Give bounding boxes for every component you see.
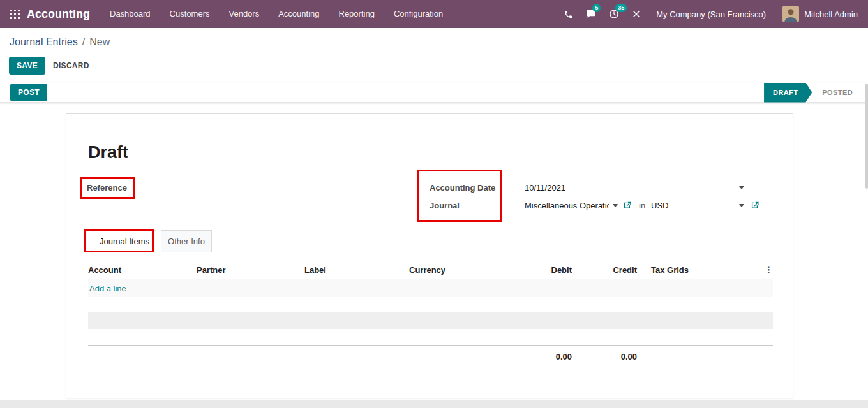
table-header-row: Account Partner Label Currency Debit Cre…	[88, 261, 773, 279]
notebook-tabs: Journal Items Other Info	[66, 230, 793, 252]
messages-badge: 5	[592, 4, 601, 12]
currency-value: USD	[651, 201, 735, 210]
scrollbar[interactable]	[865, 84, 868, 189]
empty-row	[88, 312, 773, 329]
save-button[interactable]: SAVE	[9, 57, 45, 75]
col-tax-grids: Tax Grids	[637, 265, 758, 275]
post-button[interactable]: POST	[10, 84, 47, 101]
journal-items-table: Account Partner Label Currency Debit Cre…	[88, 261, 773, 361]
user-avatar[interactable]	[782, 6, 799, 22]
tab-other-info[interactable]: Other Info	[161, 230, 212, 252]
form-action-buttons: SAVE DISCARD	[0, 56, 98, 75]
activities-badge: 35	[615, 4, 627, 12]
top-navbar: Accounting Dashboard Customers Vendors A…	[0, 0, 868, 28]
empty-row	[88, 297, 773, 312]
journal-label: Journal	[430, 198, 460, 214]
total-debit: 0.00	[503, 352, 572, 361]
text-cursor	[184, 182, 184, 193]
statusbar: POST DRAFT POSTED	[0, 83, 868, 103]
add-line-row: Add a line	[88, 279, 773, 297]
add-line-link[interactable]: Add a line	[88, 284, 126, 293]
journal-select[interactable]: Miscellaneous Operatio	[525, 198, 618, 214]
currency-select[interactable]: USD	[651, 198, 744, 214]
currency-external-link-icon[interactable]	[751, 201, 760, 210]
caret-down-icon	[739, 204, 744, 207]
screen: Accounting Dashboard Customers Vendors A…	[0, 0, 868, 408]
journal-external-link-icon[interactable]	[623, 201, 632, 210]
breadcrumb-separator: /	[82, 36, 85, 48]
optional-columns-icon[interactable]: ⋮	[758, 265, 773, 275]
breadcrumb-current: New	[89, 36, 110, 48]
status-posted[interactable]: POSTED	[812, 89, 863, 96]
company-switcher[interactable]: My Company (San Francisco)	[656, 10, 766, 19]
caret-down-icon	[613, 204, 618, 207]
menu-item-reporting[interactable]: Reporting	[329, 0, 384, 28]
tools-icon[interactable]	[632, 10, 641, 18]
user-menu[interactable]: Mitchell Admin	[804, 10, 858, 19]
navbar-systray: 5 35 My Company (San Francisco) Mitchell…	[551, 6, 858, 22]
journal-value: Miscellaneous Operatio	[525, 201, 609, 210]
main-menu: Dashboard Customers Vendors Accounting R…	[100, 0, 453, 28]
in-label: in	[639, 198, 645, 214]
accounting-date-input[interactable]: 10/11/2021	[525, 180, 744, 196]
totals-row: 0.00 0.00	[88, 345, 773, 361]
reference-label: Reference	[87, 180, 127, 196]
app-name[interactable]: Accounting	[27, 8, 90, 21]
col-currency: Currency	[409, 265, 503, 275]
menu-item-dashboard[interactable]: Dashboard	[100, 0, 160, 28]
status-draft[interactable]: DRAFT	[764, 83, 812, 103]
col-label: Label	[304, 265, 409, 275]
total-credit: 0.00	[572, 352, 637, 361]
record-title: Draft	[88, 143, 128, 163]
col-debit: Debit	[503, 265, 572, 275]
col-credit: Credit	[572, 265, 637, 275]
discard-button[interactable]: DISCARD	[53, 61, 89, 70]
tab-journal-items[interactable]: Journal Items	[93, 230, 156, 252]
reference-input[interactable]	[182, 180, 400, 196]
menu-item-configuration[interactable]: Configuration	[384, 0, 453, 28]
menu-item-customers[interactable]: Customers	[160, 0, 220, 28]
apps-grid-icon[interactable]	[10, 9, 20, 19]
menu-item-accounting[interactable]: Accounting	[269, 0, 329, 28]
menu-item-vendors[interactable]: Vendors	[219, 0, 269, 28]
accounting-date-value: 10/11/2021	[525, 183, 735, 193]
col-account: Account	[88, 265, 197, 275]
phone-icon[interactable]	[564, 10, 573, 19]
bottom-strip	[0, 400, 868, 408]
col-partner: Partner	[197, 265, 304, 275]
breadcrumb-journal-entries[interactable]: Journal Entries	[10, 36, 78, 48]
accounting-date-label: Accounting Date	[430, 180, 495, 196]
breadcrumb: Journal Entries / New	[0, 28, 868, 56]
caret-down-icon	[739, 186, 744, 189]
activities-clock-icon[interactable]: 35	[609, 9, 619, 19]
empty-row	[88, 329, 773, 345]
status-steps: DRAFT POSTED	[764, 83, 863, 103]
form-sheet: Draft Reference Accounting Date 10/11/20…	[66, 113, 793, 398]
messages-icon[interactable]: 5	[586, 9, 596, 19]
